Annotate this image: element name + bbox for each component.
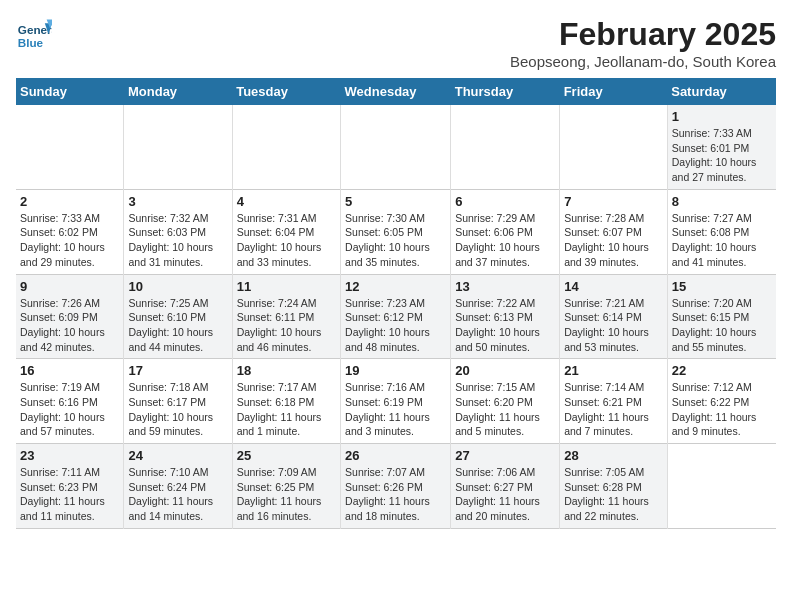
day-number: 21 xyxy=(564,363,663,378)
calendar-cell: 23Sunrise: 7:11 AM Sunset: 6:23 PM Dayli… xyxy=(16,444,124,529)
calendar-cell: 1Sunrise: 7:33 AM Sunset: 6:01 PM Daylig… xyxy=(667,105,776,189)
day-header-monday: Monday xyxy=(124,78,232,105)
calendar-cell: 9Sunrise: 7:26 AM Sunset: 6:09 PM Daylig… xyxy=(16,274,124,359)
day-info: Sunrise: 7:26 AM Sunset: 6:09 PM Dayligh… xyxy=(20,296,119,355)
day-number: 28 xyxy=(564,448,663,463)
calendar-cell: 2Sunrise: 7:33 AM Sunset: 6:02 PM Daylig… xyxy=(16,189,124,274)
day-number: 10 xyxy=(128,279,227,294)
calendar-cell xyxy=(232,105,340,189)
logo: General Blue xyxy=(16,16,52,52)
calendar-cell: 4Sunrise: 7:31 AM Sunset: 6:04 PM Daylig… xyxy=(232,189,340,274)
calendar-cell: 15Sunrise: 7:20 AM Sunset: 6:15 PM Dayli… xyxy=(667,274,776,359)
day-number: 15 xyxy=(672,279,772,294)
calendar-cell: 16Sunrise: 7:19 AM Sunset: 6:16 PM Dayli… xyxy=(16,359,124,444)
day-info: Sunrise: 7:24 AM Sunset: 6:11 PM Dayligh… xyxy=(237,296,336,355)
day-info: Sunrise: 7:33 AM Sunset: 6:02 PM Dayligh… xyxy=(20,211,119,270)
calendar-cell xyxy=(667,444,776,529)
calendar-cell: 14Sunrise: 7:21 AM Sunset: 6:14 PM Dayli… xyxy=(560,274,668,359)
calendar-cell: 25Sunrise: 7:09 AM Sunset: 6:25 PM Dayli… xyxy=(232,444,340,529)
day-info: Sunrise: 7:30 AM Sunset: 6:05 PM Dayligh… xyxy=(345,211,446,270)
day-number: 7 xyxy=(564,194,663,209)
calendar-cell: 21Sunrise: 7:14 AM Sunset: 6:21 PM Dayli… xyxy=(560,359,668,444)
month-title: February 2025 xyxy=(510,16,776,53)
calendar-cell: 18Sunrise: 7:17 AM Sunset: 6:18 PM Dayli… xyxy=(232,359,340,444)
calendar-cell: 12Sunrise: 7:23 AM Sunset: 6:12 PM Dayli… xyxy=(341,274,451,359)
day-info: Sunrise: 7:23 AM Sunset: 6:12 PM Dayligh… xyxy=(345,296,446,355)
day-info: Sunrise: 7:22 AM Sunset: 6:13 PM Dayligh… xyxy=(455,296,555,355)
day-info: Sunrise: 7:07 AM Sunset: 6:26 PM Dayligh… xyxy=(345,465,446,524)
svg-text:Blue: Blue xyxy=(18,36,44,49)
page-header: General Blue February 2025 Beopseong, Je… xyxy=(16,16,776,70)
calendar-cell: 20Sunrise: 7:15 AM Sunset: 6:20 PM Dayli… xyxy=(451,359,560,444)
day-info: Sunrise: 7:11 AM Sunset: 6:23 PM Dayligh… xyxy=(20,465,119,524)
calendar-cell: 3Sunrise: 7:32 AM Sunset: 6:03 PM Daylig… xyxy=(124,189,232,274)
day-info: Sunrise: 7:18 AM Sunset: 6:17 PM Dayligh… xyxy=(128,380,227,439)
day-number: 13 xyxy=(455,279,555,294)
calendar-cell: 6Sunrise: 7:29 AM Sunset: 6:06 PM Daylig… xyxy=(451,189,560,274)
day-info: Sunrise: 7:20 AM Sunset: 6:15 PM Dayligh… xyxy=(672,296,772,355)
day-number: 26 xyxy=(345,448,446,463)
day-header-tuesday: Tuesday xyxy=(232,78,340,105)
day-number: 16 xyxy=(20,363,119,378)
calendar-week-row: 23Sunrise: 7:11 AM Sunset: 6:23 PM Dayli… xyxy=(16,444,776,529)
day-header-thursday: Thursday xyxy=(451,78,560,105)
day-number: 17 xyxy=(128,363,227,378)
day-header-sunday: Sunday xyxy=(16,78,124,105)
calendar-week-row: 16Sunrise: 7:19 AM Sunset: 6:16 PM Dayli… xyxy=(16,359,776,444)
calendar-cell: 27Sunrise: 7:06 AM Sunset: 6:27 PM Dayli… xyxy=(451,444,560,529)
calendar-cell: 22Sunrise: 7:12 AM Sunset: 6:22 PM Dayli… xyxy=(667,359,776,444)
day-info: Sunrise: 7:09 AM Sunset: 6:25 PM Dayligh… xyxy=(237,465,336,524)
day-number: 9 xyxy=(20,279,119,294)
day-number: 8 xyxy=(672,194,772,209)
calendar-cell xyxy=(16,105,124,189)
day-number: 27 xyxy=(455,448,555,463)
day-number: 19 xyxy=(345,363,446,378)
logo-icon: General Blue xyxy=(16,16,52,52)
day-number: 22 xyxy=(672,363,772,378)
calendar-cell: 17Sunrise: 7:18 AM Sunset: 6:17 PM Dayli… xyxy=(124,359,232,444)
day-info: Sunrise: 7:27 AM Sunset: 6:08 PM Dayligh… xyxy=(672,211,772,270)
calendar-cell: 7Sunrise: 7:28 AM Sunset: 6:07 PM Daylig… xyxy=(560,189,668,274)
day-number: 3 xyxy=(128,194,227,209)
calendar-cell: 10Sunrise: 7:25 AM Sunset: 6:10 PM Dayli… xyxy=(124,274,232,359)
day-number: 25 xyxy=(237,448,336,463)
day-info: Sunrise: 7:17 AM Sunset: 6:18 PM Dayligh… xyxy=(237,380,336,439)
day-number: 11 xyxy=(237,279,336,294)
calendar-cell: 5Sunrise: 7:30 AM Sunset: 6:05 PM Daylig… xyxy=(341,189,451,274)
day-number: 20 xyxy=(455,363,555,378)
day-info: Sunrise: 7:10 AM Sunset: 6:24 PM Dayligh… xyxy=(128,465,227,524)
calendar-cell: 8Sunrise: 7:27 AM Sunset: 6:08 PM Daylig… xyxy=(667,189,776,274)
day-info: Sunrise: 7:14 AM Sunset: 6:21 PM Dayligh… xyxy=(564,380,663,439)
day-info: Sunrise: 7:25 AM Sunset: 6:10 PM Dayligh… xyxy=(128,296,227,355)
day-info: Sunrise: 7:21 AM Sunset: 6:14 PM Dayligh… xyxy=(564,296,663,355)
day-number: 2 xyxy=(20,194,119,209)
day-header-friday: Friday xyxy=(560,78,668,105)
calendar-cell: 24Sunrise: 7:10 AM Sunset: 6:24 PM Dayli… xyxy=(124,444,232,529)
calendar-week-row: 1Sunrise: 7:33 AM Sunset: 6:01 PM Daylig… xyxy=(16,105,776,189)
day-info: Sunrise: 7:05 AM Sunset: 6:28 PM Dayligh… xyxy=(564,465,663,524)
calendar-cell: 19Sunrise: 7:16 AM Sunset: 6:19 PM Dayli… xyxy=(341,359,451,444)
day-header-saturday: Saturday xyxy=(667,78,776,105)
day-info: Sunrise: 7:15 AM Sunset: 6:20 PM Dayligh… xyxy=(455,380,555,439)
calendar-table: SundayMondayTuesdayWednesdayThursdayFrid… xyxy=(16,78,776,529)
day-info: Sunrise: 7:31 AM Sunset: 6:04 PM Dayligh… xyxy=(237,211,336,270)
day-number: 18 xyxy=(237,363,336,378)
calendar-cell: 26Sunrise: 7:07 AM Sunset: 6:26 PM Dayli… xyxy=(341,444,451,529)
calendar-cell: 28Sunrise: 7:05 AM Sunset: 6:28 PM Dayli… xyxy=(560,444,668,529)
day-number: 12 xyxy=(345,279,446,294)
day-number: 1 xyxy=(672,109,772,124)
calendar-week-row: 9Sunrise: 7:26 AM Sunset: 6:09 PM Daylig… xyxy=(16,274,776,359)
day-info: Sunrise: 7:12 AM Sunset: 6:22 PM Dayligh… xyxy=(672,380,772,439)
calendar-week-row: 2Sunrise: 7:33 AM Sunset: 6:02 PM Daylig… xyxy=(16,189,776,274)
day-info: Sunrise: 7:16 AM Sunset: 6:19 PM Dayligh… xyxy=(345,380,446,439)
day-number: 23 xyxy=(20,448,119,463)
calendar-cell xyxy=(560,105,668,189)
day-info: Sunrise: 7:19 AM Sunset: 6:16 PM Dayligh… xyxy=(20,380,119,439)
calendar-cell xyxy=(451,105,560,189)
calendar-cell xyxy=(124,105,232,189)
day-number: 4 xyxy=(237,194,336,209)
day-header-wednesday: Wednesday xyxy=(341,78,451,105)
calendar-cell xyxy=(341,105,451,189)
day-info: Sunrise: 7:06 AM Sunset: 6:27 PM Dayligh… xyxy=(455,465,555,524)
calendar-cell: 13Sunrise: 7:22 AM Sunset: 6:13 PM Dayli… xyxy=(451,274,560,359)
